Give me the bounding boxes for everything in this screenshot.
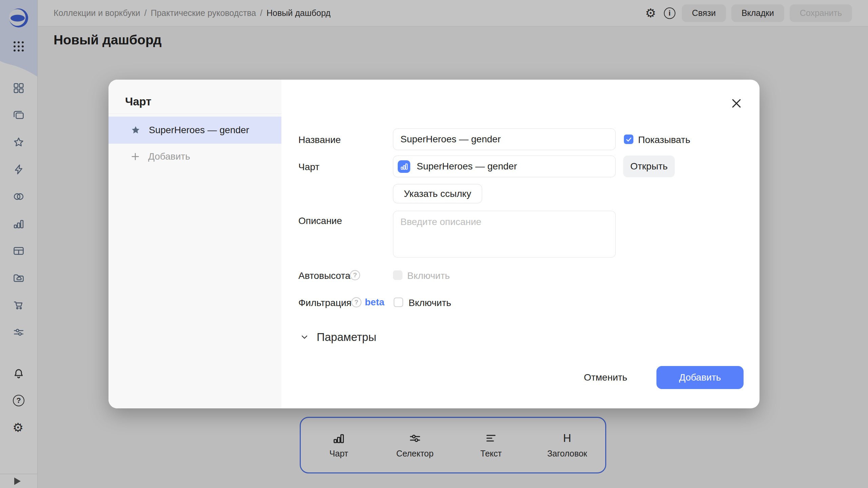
panel-title: Чарт: [125, 95, 151, 108]
chart-select-value: SuperHeroes — gender: [417, 161, 517, 172]
close-icon[interactable]: [730, 97, 743, 110]
chart-field-label: Чарт: [298, 162, 319, 172]
show-checkbox-label[interactable]: Показывать: [638, 135, 690, 145]
panel-divider: [108, 114, 281, 114]
filtering-help-icon[interactable]: ?: [351, 297, 361, 307]
modal-left-panel: Чарт SuperHeroes — gender Добавить: [108, 80, 281, 408]
autoheight-help-icon[interactable]: ?: [350, 270, 360, 280]
chart-list-item-selected[interactable]: SuperHeroes — gender: [108, 117, 281, 144]
autoheight-enable-label: Включить: [407, 270, 450, 281]
description-textarea[interactable]: [393, 211, 616, 258]
chart-select-field[interactable]: SuperHeroes — gender: [393, 156, 616, 177]
filtering-checkbox[interactable]: [394, 298, 403, 307]
check-icon: [625, 136, 632, 143]
show-checkbox[interactable]: [624, 135, 633, 144]
cancel-button[interactable]: Отменить: [583, 366, 628, 389]
beta-badge: beta: [365, 297, 384, 308]
autoheight-checkbox-disabled: [393, 270, 402, 280]
chart-chip-icon: [398, 160, 410, 173]
plus-icon: [131, 152, 140, 161]
chart-item-label: SuperHeroes — gender: [149, 125, 249, 136]
chevron-down-icon: [300, 333, 309, 342]
filtering-field-label: Фильтрация: [298, 298, 351, 308]
parameters-label: Параметры: [317, 331, 376, 344]
star-filled-icon: [131, 125, 141, 135]
autoheight-field-label: Автовысота: [298, 270, 350, 281]
add-button[interactable]: Добавить: [656, 366, 744, 389]
description-field-label: Описание: [298, 216, 342, 226]
name-field-label: Название: [298, 135, 341, 145]
name-input[interactable]: [393, 128, 616, 150]
add-chart-modal: Чарт SuperHeroes — gender Добавить Назва…: [108, 80, 760, 408]
add-label: Добавить: [148, 151, 190, 162]
open-chart-button[interactable]: Открыть: [623, 156, 675, 177]
add-chart-list-button[interactable]: Добавить: [131, 147, 190, 166]
specify-link-button[interactable]: Указать ссылку: [393, 184, 482, 203]
parameters-section-toggle[interactable]: Параметры: [300, 331, 376, 344]
filtering-enable-label[interactable]: Включить: [409, 298, 451, 308]
